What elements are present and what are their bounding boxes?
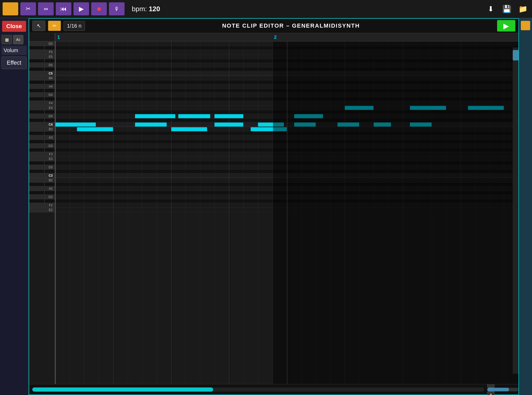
vertical-scrollbar-thumb[interactable] (513, 50, 518, 60)
piano-key-A4[interactable]: A4 (29, 84, 55, 89)
editor-panel: ↖ ✏ 1/16 n NOTE CLIP EDITOR – GENERALMID… (29, 18, 519, 395)
play-button[interactable]: ▶ (73, 2, 89, 15)
piano-key-black-23[interactable] (29, 140, 55, 144)
piano-key-F2[interactable]: F2 (29, 203, 55, 208)
piano-key-F4[interactable]: F4 (29, 101, 55, 106)
download-icon[interactable]: ⬇ (484, 2, 497, 15)
piano-key-black-18[interactable] (29, 119, 55, 122)
grid-col-8 (171, 41, 171, 384)
folder-icon[interactable]: 📁 (516, 2, 529, 15)
piano-key-black-11[interactable] (29, 89, 55, 92)
piano-key-label-D5: D5 (49, 63, 54, 67)
note-B3-2[interactable] (171, 127, 207, 131)
note-D4-3[interactable] (214, 114, 243, 118)
save-icon[interactable]: 💾 (500, 2, 513, 15)
piano-key-D4[interactable]: D4 (29, 114, 55, 119)
piano-key-label-C5: C5 (49, 72, 54, 75)
piano-key-black-13[interactable] (29, 97, 55, 101)
quantize-display[interactable]: 1/16 n (64, 21, 85, 31)
piano-key-C4[interactable]: C4 (29, 122, 55, 127)
piano-key-A3[interactable]: A3 (29, 135, 55, 140)
pencil-tool-button[interactable]: ✏ (48, 21, 61, 31)
piano-key-D5[interactable]: D5 (29, 63, 55, 67)
piano-key-black-16[interactable] (29, 110, 55, 114)
grid-area[interactable]: 1 2 (55, 33, 518, 384)
piano-keys: G5F5E5D5C5B4A4G4F4E4D4C4B3A3G3F3E3D3C3B2… (29, 33, 55, 384)
timeline: 1 2 (55, 33, 518, 41)
mic-button[interactable]: 🎙 (109, 2, 125, 15)
note-C4-2[interactable] (135, 122, 167, 127)
piano-key-black-37[interactable] (29, 199, 55, 203)
piano-panel-button[interactable]: ▦ (2, 35, 12, 44)
toolbar-right-icons: ⬇ 💾 📁 (484, 2, 529, 15)
rewind-button[interactable]: ⏮ (56, 2, 71, 15)
piano-key-black-35[interactable] (29, 191, 55, 195)
cursor-tool-button[interactable]: ↖ (32, 21, 45, 31)
piano-key-E2[interactable]: E2 (29, 208, 55, 212)
piano-key-black-28[interactable] (29, 161, 55, 165)
piano-key-black-33[interactable] (29, 183, 55, 186)
grid-col-0 (55, 41, 56, 384)
svg-marker-0 (8, 6, 13, 12)
vertical-scrollbar[interactable] (513, 47, 518, 374)
piano-key-C3[interactable]: C3 (29, 173, 55, 178)
grid-col-6 (142, 41, 142, 384)
piano-key-A2[interactable]: A2 (29, 186, 55, 191)
piano-key-label-B4: B4 (49, 76, 54, 80)
piano-key-black-1[interactable] (29, 46, 55, 50)
note-C4-3[interactable] (214, 122, 243, 127)
zoom-track[interactable] (487, 388, 518, 391)
timeline-marker-1: 1 (57, 35, 60, 40)
grid-col-2 (84, 41, 84, 384)
piano-key-B2[interactable]: B2 (29, 178, 55, 183)
piano-key-black-21[interactable] (29, 132, 55, 135)
piano-key-label-B2: B2 (49, 178, 54, 182)
piano-key-F3[interactable]: F3 (29, 152, 55, 157)
piano-key-E4[interactable]: E4 (29, 106, 55, 110)
inactive-region (273, 41, 518, 384)
bottom-bar: − + (29, 384, 518, 394)
piano-key-G5[interactable]: G5 (29, 41, 55, 46)
piano-key-label-G5: G5 (48, 42, 54, 46)
piano-key-G2[interactable]: G2 (29, 195, 55, 199)
piano-key-black-9[interactable] (29, 81, 55, 84)
split-tool-button[interactable]: ⇔ (38, 2, 54, 15)
piano-key-E3[interactable]: E3 (29, 157, 55, 161)
select-tool-button[interactable] (3, 2, 18, 15)
horizontal-scrollbar[interactable] (32, 387, 484, 392)
piano-key-black-25[interactable] (29, 148, 55, 152)
piano-key-G3[interactable]: G3 (29, 144, 55, 148)
piano-key-label-B3: B3 (49, 127, 54, 131)
piano-key-label-G4: G4 (48, 93, 54, 97)
piano-key-E5[interactable]: E5 (29, 54, 55, 59)
note-D4-1[interactable] (135, 114, 176, 118)
piano-key-black-30[interactable] (29, 170, 55, 173)
horizontal-scrollbar-thumb[interactable] (32, 387, 213, 392)
note-D4-2[interactable] (178, 114, 210, 118)
close-button[interactable]: Close (2, 21, 26, 32)
volume-label: Volum (2, 46, 27, 55)
piano-key-label-E2: E2 (49, 208, 54, 212)
zoom-in-button[interactable]: + (487, 391, 494, 395)
piano-key-C5[interactable]: C5 (29, 71, 55, 76)
scissors-tool-button[interactable]: ✂ (20, 2, 36, 15)
record-button[interactable]: ⏺ (91, 2, 107, 15)
editor-play-button[interactable]: ▶ (497, 20, 515, 32)
piano-key-black-4[interactable] (29, 59, 55, 63)
piano-key-label-G3: G3 (48, 144, 54, 148)
mic-icon: 🎙 (114, 6, 119, 12)
piano-key-D3[interactable]: D3 (29, 165, 55, 170)
piano-key-black-6[interactable] (29, 67, 55, 71)
piano-key-G4[interactable]: G4 (29, 92, 55, 97)
arrange-panel-button[interactable]: Ac (13, 35, 23, 44)
piano-key-B3[interactable]: B3 (29, 127, 55, 132)
main-toolbar: ✂ ⇔ ⏮ ▶ ⏺ 🎙 bpm: 120 ⬇ 💾 📁 (0, 0, 532, 18)
effect-button[interactable]: Effect (2, 57, 27, 69)
piano-key-label-A3: A3 (49, 136, 54, 139)
note-C4-1[interactable] (55, 122, 96, 127)
note-B3-1[interactable] (77, 127, 113, 131)
grid-col-9 (185, 41, 186, 384)
split-icon: ⇔ (44, 6, 48, 12)
piano-key-B4[interactable]: B4 (29, 76, 55, 81)
piano-key-F5[interactable]: F5 (29, 50, 55, 54)
